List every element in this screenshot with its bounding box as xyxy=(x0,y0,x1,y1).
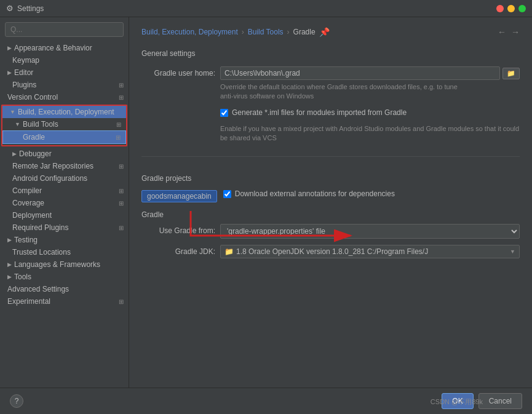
generate-iml-checkbox-row: Generate *.iml files for modules importe… xyxy=(220,108,520,118)
sidebar-item-plugins[interactable]: Plugins ⊞ xyxy=(0,79,129,91)
jdk-value: 1.8 Oracle OpenJDK version 1.8.0_281 C:/… xyxy=(236,247,428,256)
sidebar-item-keymap[interactable]: Keymap xyxy=(0,54,129,66)
plugins-icon: ⊞ xyxy=(119,82,124,89)
gradle-home-input-group: 📁 xyxy=(220,66,520,80)
gradle-jdk-label: Gradle JDK: xyxy=(141,245,215,256)
gradle-jdk-control: 📁 1.8 Oracle OpenJDK version 1.8.0_281 C… xyxy=(220,245,520,258)
maximize-btn[interactable] xyxy=(518,5,526,12)
dropdown-caret: ▼ xyxy=(510,249,515,255)
download-annotations-checkbox[interactable] xyxy=(223,190,231,198)
generate-iml-checkbox[interactable] xyxy=(220,109,228,117)
gradle-projects-title: Gradle projects xyxy=(141,174,520,183)
expand-icon: ▶ xyxy=(7,274,12,280)
sidebar-item-remote-jar[interactable]: Remote Jar Repositories ⊞ xyxy=(0,160,129,172)
expand-icon: ▶ xyxy=(7,70,12,76)
cancel-button[interactable]: Cancel xyxy=(478,393,522,409)
compiler-icon: ⊞ xyxy=(119,188,124,194)
gradle-home-input[interactable] xyxy=(220,66,500,80)
use-gradle-from-select[interactable]: 'gradle-wrapper.properties' file Specifi… xyxy=(220,224,520,239)
expand-icon: ▶ xyxy=(7,237,12,243)
title-bar-text: Settings xyxy=(17,4,44,13)
back-button[interactable]: ← xyxy=(498,27,506,37)
sidebar-item-languages[interactable]: ▶ Languages & Frameworks xyxy=(0,258,129,271)
download-annotations-row: Download external annotations for depend… xyxy=(223,189,520,199)
sidebar-item-tools[interactable]: ▶ Tools xyxy=(0,271,129,283)
search-input[interactable] xyxy=(5,22,124,37)
gradle-home-hint: Override the default location where Grad… xyxy=(220,82,520,102)
rp-icon: ⊞ xyxy=(119,225,124,231)
sidebar-item-appearance[interactable]: ▶ Appearance & Behavior xyxy=(0,42,129,54)
title-bar: ⚙ Settings xyxy=(0,0,532,17)
dialog: ▶ Appearance & Behavior Keymap ▶ Editor … xyxy=(0,17,532,388)
window-controls xyxy=(496,5,526,12)
divider1 xyxy=(141,156,520,157)
expand-icon: ▶ xyxy=(7,261,12,268)
breadcrumb-build-tools[interactable]: Build Tools xyxy=(248,28,284,36)
use-gradle-from-row: Use Gradle from: 'gradle-wrapper.propert… xyxy=(141,224,520,239)
sidebar-item-gradle[interactable]: Gradle ⊞ xyxy=(2,130,126,144)
jdk-folder-icon: 📁 xyxy=(224,247,234,256)
generate-iml-label: Generate *.iml files for modules importe… xyxy=(232,108,520,118)
use-gradle-from-control: 'gradle-wrapper.properties' file Specifi… xyxy=(220,224,520,239)
breadcrumb-gradle: Gradle xyxy=(293,28,316,36)
generate-iml-spacer xyxy=(141,108,215,110)
sidebar-item-deployment[interactable]: Deployment xyxy=(0,209,129,221)
gradle-jdk-dropdown[interactable]: 📁 1.8 Oracle OpenJDK version 1.8.0_281 C… xyxy=(220,245,520,258)
sidebar-item-version-control[interactable]: Version Control ⊞ xyxy=(0,91,129,103)
sidebar-item-android[interactable]: Android Configurations xyxy=(0,172,129,185)
expand-icon: ▶ xyxy=(12,151,17,157)
gradle-user-home-control: 📁 Override the default location where Gr… xyxy=(220,66,520,102)
gradle-home-folder-button[interactable]: 📁 xyxy=(502,68,520,79)
content-wrapper: Build, Execution, Deployment › Build Too… xyxy=(129,17,532,388)
sidebar-item-build-execution[interactable]: ▼ Build, Execution, Deployment xyxy=(2,106,126,118)
breadcrumb-build[interactable]: Build, Execution, Deployment xyxy=(141,28,238,36)
exp-icon: ⊞ xyxy=(119,298,124,305)
sidebar-item-debugger[interactable]: ▶ Debugger xyxy=(0,148,129,160)
gradle-user-home-label: Gradle user home: xyxy=(141,66,215,78)
generate-iml-row: Generate *.iml files for modules importe… xyxy=(141,108,520,143)
sidebar-item-trusted-locations[interactable]: Trusted Locations xyxy=(0,246,129,258)
sidebar: ▶ Appearance & Behavior Keymap ▶ Editor … xyxy=(0,17,129,388)
generate-iml-hint: Enable if you have a mixed project with … xyxy=(220,124,520,143)
sidebar-item-experimental[interactable]: Experimental ⊞ xyxy=(0,295,129,308)
bt-icon: ⊞ xyxy=(116,121,121,128)
sidebar-item-testing[interactable]: ▶ Testing xyxy=(0,234,129,246)
vc-icon: ⊞ xyxy=(119,94,124,101)
red-box-bottom xyxy=(1,144,127,146)
sidebar-item-required-plugins[interactable]: Required Plugins ⊞ xyxy=(0,221,129,234)
download-annotations-label: Download external annotations for depend… xyxy=(235,189,520,199)
gradle-user-home-row: Gradle user home: 📁 Override the default… xyxy=(141,66,520,102)
gradle-jdk-row: Gradle JDK: 📁 1.8 Oracle OpenJDK version… xyxy=(141,245,520,258)
help-button[interactable]: ? xyxy=(10,394,23,408)
breadcrumb: Build, Execution, Deployment › Build Too… xyxy=(141,27,520,37)
close-btn[interactable] xyxy=(496,5,504,12)
forward-button[interactable]: → xyxy=(511,27,520,37)
pin-icon[interactable]: 📌 xyxy=(319,27,330,37)
expand-icon: ▼ xyxy=(10,109,15,115)
content-panel: Build, Execution, Deployment › Build Too… xyxy=(129,17,532,388)
use-gradle-from-label: Use Gradle from: xyxy=(141,224,215,235)
sidebar-item-advanced[interactable]: Advanced Settings xyxy=(0,283,129,295)
watermark: CSDN @不用89k xyxy=(431,397,483,407)
coverage-icon: ⊞ xyxy=(119,200,124,207)
sidebar-item-editor[interactable]: ▶ Editor xyxy=(0,66,129,79)
general-settings-title: General settings xyxy=(141,49,520,58)
settings-icon: ⚙ xyxy=(6,4,14,13)
red-box-top: ▼ Build, Execution, Deployment ▼ Build T… xyxy=(1,105,127,144)
minimize-btn[interactable] xyxy=(507,5,515,12)
rj-icon: ⊞ xyxy=(119,163,124,170)
gradle-icon: ⊞ xyxy=(116,134,121,141)
project-item[interactable]: goodsmanagecabin xyxy=(141,190,217,202)
nav-controls: ← → xyxy=(498,27,520,37)
sidebar-item-compiler[interactable]: Compiler ⊞ xyxy=(0,185,129,197)
sidebar-item-build-tools[interactable]: ▼ Build Tools ⊞ xyxy=(2,118,126,130)
expand-icon: ▼ xyxy=(15,121,20,127)
generate-iml-control: Generate *.iml files for modules importe… xyxy=(220,108,520,143)
gradle-projects-row: goodsmanagecabin Download external annot… xyxy=(141,189,520,203)
gradle-sublabel: Gradle xyxy=(141,210,520,219)
expand-icon: ▶ xyxy=(7,45,12,51)
sidebar-item-coverage[interactable]: Coverage ⊞ xyxy=(0,197,129,209)
